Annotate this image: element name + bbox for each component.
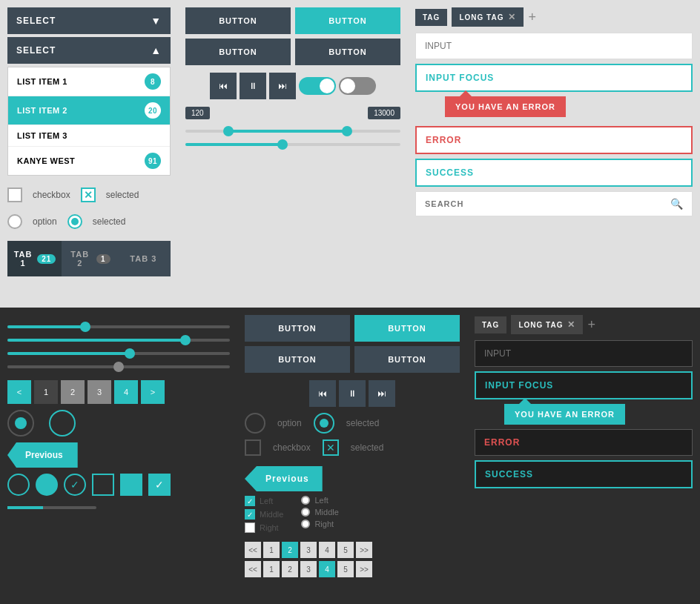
single-slider-thumb[interactable] <box>277 139 288 150</box>
dual-slider-thumb-left[interactable] <box>223 126 234 136</box>
buttons-grid-top: BUTTON BUTTON BUTTON BUTTON <box>185 7 400 65</box>
input-error-top[interactable]: ERROR <box>415 126 693 154</box>
search-input-top[interactable] <box>425 199 664 208</box>
tag-close-icon[interactable]: ✕ <box>508 12 516 22</box>
tab-1[interactable]: TAB 1 21 <box>7 241 62 276</box>
tab-3-label: TAB 3 <box>130 254 156 263</box>
sp-5[interactable]: 5 <box>337 542 354 558</box>
rb-middle-box[interactable] <box>301 508 310 517</box>
sp-2[interactable]: 2 <box>282 542 298 558</box>
button-dark-1[interactable]: BUTTON <box>185 7 291 34</box>
tag-add-button-bottom[interactable]: + <box>587 317 595 333</box>
dark-button-2[interactable]: BUTTON <box>245 346 350 373</box>
input-success-top[interactable]: SUCCESS <box>415 159 693 187</box>
dark-radio-big-empty[interactable] <box>49 410 76 437</box>
page-btn-2[interactable]: 2 <box>61 380 85 404</box>
toggle-off[interactable] <box>339 77 376 95</box>
dark-radio-filled-sm[interactable] <box>314 413 334 434</box>
rb-middle: Middle <box>301 508 338 517</box>
right-column-bottom: TAG LONG TAG ✕ + INPUT FOCUS YOU HAVE AN… <box>467 308 700 604</box>
button-dark-2[interactable]: BUTTON <box>185 39 291 65</box>
dark-radio-empty-sm[interactable] <box>245 413 265 434</box>
dark-checkbox-checked[interactable]: ✕ <box>323 439 339 456</box>
dark-checkbox-unchecked[interactable] <box>245 439 261 456</box>
dark-media-play-button[interactable]: ⏸ <box>339 380 366 407</box>
select-dropdown-1[interactable]: SELECT ▼ <box>7 7 171 34</box>
checkbox-radio-lists: ✓ Left ✓ Middle Right Left <box>245 496 460 536</box>
tabs-row: TAB 1 21 TAB 2 1 TAB 3 <box>7 241 171 276</box>
dark-button-teal-1[interactable]: BUTTON <box>354 315 460 342</box>
list-item-2-label: LIST ITEM 2 <box>17 106 67 115</box>
list-item-3[interactable]: LIST ITEM 3 <box>8 125 170 147</box>
media-play-button[interactable]: ⏸ <box>240 73 266 99</box>
sp2-3[interactable]: 3 <box>300 561 317 577</box>
button-teal-1[interactable]: BUTTON <box>295 7 400 34</box>
sp-prev[interactable]: << <box>245 542 261 558</box>
dark-input-success[interactable]: SUCCESS <box>475 460 693 488</box>
rb-right-label: Right <box>314 520 334 528</box>
rb-left-label: Left <box>314 496 328 505</box>
cb-left-box[interactable]: ✓ <box>245 496 255 506</box>
tab-3[interactable]: TAB 3 <box>116 241 171 276</box>
radio-unselected[interactable] <box>7 214 22 229</box>
checkbox-checked[interactable]: ✕ <box>81 187 96 202</box>
tab-2[interactable]: TAB 2 1 <box>62 241 116 276</box>
rb-right-box[interactable] <box>301 520 310 528</box>
dual-slider-thumb-right[interactable] <box>342 126 352 136</box>
left-column-top: SELECT ▼ SELECT ▲ LIST ITEM 1 8 LIST ITE… <box>0 0 178 308</box>
dark-media-next-button[interactable]: ⏭ <box>369 380 395 407</box>
pagination-prev-button[interactable]: < <box>7 380 31 404</box>
sp-3[interactable]: 3 <box>300 542 317 558</box>
sp2-1[interactable]: 1 <box>263 561 280 577</box>
radio-row: option selected <box>7 208 171 235</box>
dark-media-prev-button[interactable]: ⏮ <box>309 380 336 407</box>
sp2-2[interactable]: 2 <box>282 561 298 577</box>
input-focus-top[interactable]: INPUT FOCUS <box>415 64 693 92</box>
tag-add-button[interactable]: + <box>528 10 536 25</box>
toggle-on[interactable] <box>299 77 336 95</box>
radio-selected[interactable] <box>67 214 82 229</box>
sp2-5[interactable]: 5 <box>337 561 354 577</box>
list-item-1[interactable]: LIST ITEM 1 8 <box>8 67 170 96</box>
page-btn-4[interactable]: 4 <box>114 380 138 404</box>
dark-input-normal[interactable] <box>475 340 693 367</box>
sp-4[interactable]: 4 <box>319 542 335 558</box>
media-next-button[interactable]: ⏭ <box>269 73 296 99</box>
page-btn-1[interactable]: 1 <box>34 380 58 404</box>
rb-left-box[interactable] <box>301 496 310 505</box>
icon-circle-outline <box>7 474 30 496</box>
tag-close-icon-bottom[interactable]: ✕ <box>567 319 575 330</box>
dark-radio-big-filled[interactable] <box>7 410 34 437</box>
previous-button[interactable]: Previous <box>7 442 78 468</box>
dark-input-focus[interactable]: INPUT FOCUS <box>475 371 693 399</box>
sp2-4[interactable]: 4 <box>319 561 335 577</box>
checkbox-unchecked[interactable] <box>7 187 22 202</box>
dark-slider-thumb-4[interactable] <box>113 362 124 372</box>
input-normal-top[interactable] <box>415 33 693 59</box>
dark-slider-thumb-2[interactable] <box>180 335 191 345</box>
dark-prev-row: Previous <box>7 442 230 468</box>
cb-middle-box[interactable]: ✓ <box>245 509 255 520</box>
dark-button-1[interactable]: BUTTON <box>245 315 350 342</box>
sp-next[interactable]: >> <box>356 542 372 558</box>
error-tooltip-container-top: YOU HAVE AN ERROR <box>415 96 693 122</box>
pagination-next-button[interactable]: > <box>141 380 165 404</box>
page-btn-3[interactable]: 3 <box>88 380 111 404</box>
cb-right-box[interactable] <box>245 522 255 533</box>
sp2-next[interactable]: >> <box>356 561 372 577</box>
tags-row-bottom: TAG LONG TAG ✕ + <box>475 315 693 334</box>
button-dark-3[interactable]: BUTTON <box>295 39 400 65</box>
cb-right: Right <box>245 522 283 533</box>
media-prev-button[interactable]: ⏮ <box>210 73 237 99</box>
dark-button-3[interactable]: BUTTON <box>354 346 460 373</box>
select-2-label: SELECT <box>16 45 56 56</box>
previous-button-bottom[interactable]: Previous <box>245 466 323 491</box>
sp2-prev[interactable]: << <box>245 561 261 577</box>
list-item-2[interactable]: LIST ITEM 2 20 <box>8 96 170 125</box>
dark-input-error[interactable]: ERROR <box>475 429 693 456</box>
select-dropdown-2[interactable]: SELECT ▲ <box>7 37 171 64</box>
list-item-4[interactable]: KANYE WEST 91 <box>8 147 170 175</box>
dark-slider-thumb-1[interactable] <box>80 322 90 332</box>
dark-slider-thumb-3[interactable] <box>125 348 135 359</box>
sp-1[interactable]: 1 <box>263 542 280 558</box>
